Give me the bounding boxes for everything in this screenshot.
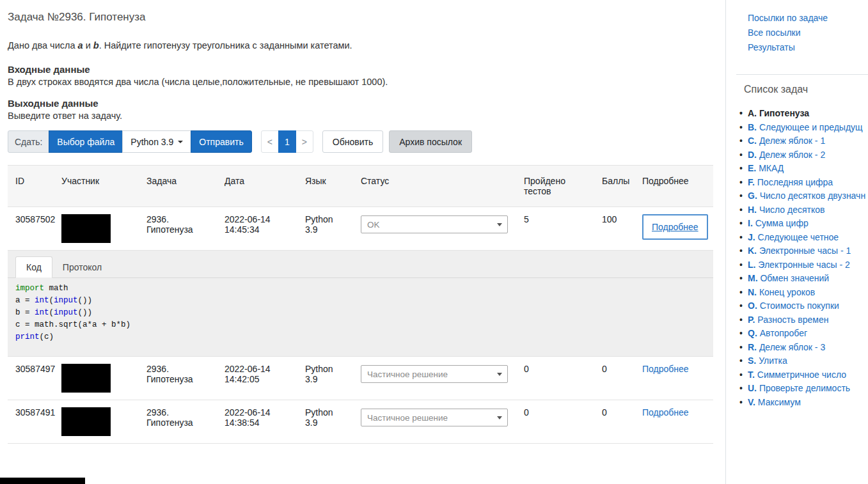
task-letter: J.: [748, 232, 758, 242]
archive-button[interactable]: Архив посылок: [389, 130, 472, 153]
status-select[interactable]: OK: [361, 215, 508, 233]
table-header-row: IDУчастникЗадачаДатаЯзыкСтатусПройдено т…: [8, 166, 713, 207]
sidebar-link[interactable]: Все посылки: [748, 27, 868, 38]
cell-date: 2022-06-14 14:42:05: [217, 357, 297, 400]
submission-language: Python 3.9: [305, 407, 333, 428]
task-list-item[interactable]: L. Электронные часы - 2: [748, 258, 868, 272]
status-select-value: Частичное решение: [367, 370, 448, 379]
cell-score: 0: [594, 357, 635, 400]
sidebar-link[interactable]: Посылки по задаче: [748, 12, 868, 24]
tab-protocol[interactable]: Протокол: [52, 257, 112, 277]
task-title: Электронные часы - 1: [759, 246, 851, 256]
task-title: Число десятков двузначн: [760, 191, 865, 201]
participant-redacted: [61, 364, 111, 393]
cell-tests: 0: [516, 400, 594, 444]
task-list-item[interactable]: V. Максимум: [748, 396, 868, 410]
choose-file-button[interactable]: Выбор файла: [49, 130, 123, 153]
task-title: Автопробег: [760, 328, 807, 338]
column-header: Пройдено тестов: [516, 166, 594, 207]
task-title: Проверьте делимость: [759, 383, 850, 393]
task-letter: O.: [748, 301, 760, 311]
task-list-item[interactable]: Q. Автопробег: [748, 327, 868, 341]
refresh-button[interactable]: Обновить: [322, 130, 383, 153]
code-line: c = math.sqrt(a*a + b*b): [15, 319, 706, 331]
task-list-item[interactable]: J. Следующее четное: [748, 231, 868, 245]
task-list-item[interactable]: P. Разность времен: [748, 313, 868, 327]
task-list-item[interactable]: R. Дележ яблок - 3: [748, 341, 868, 355]
tests-passed: 0: [524, 364, 529, 374]
page-1-button[interactable]: 1: [278, 130, 296, 153]
task-list-item[interactable]: S. Улитка: [748, 354, 868, 368]
sidebar-link[interactable]: Результаты: [748, 42, 868, 53]
page-prev-button[interactable]: <: [261, 130, 279, 153]
details-link[interactable]: Подробнее: [642, 364, 689, 374]
submission-language: Python 3.9: [305, 364, 333, 384]
statement-text: и: [83, 40, 93, 51]
task-list-item[interactable]: T. Симметричное число: [748, 368, 868, 382]
details-link[interactable]: Подробнее: [642, 214, 708, 240]
chevron-down-icon: [497, 416, 502, 419]
task-list-item[interactable]: G. Число десятков двузначн: [748, 189, 868, 203]
submission-task: 2936. Гипотенуза: [146, 407, 193, 428]
task-letter: C.: [748, 136, 759, 146]
task-title: Обмен значений: [760, 273, 829, 283]
task-letter: I.: [748, 218, 755, 228]
details-link[interactable]: Подробнее: [642, 407, 689, 418]
redacted-region: [0, 478, 85, 484]
page-next-button[interactable]: >: [296, 130, 313, 153]
task-list-item[interactable]: O. Стоимость покупки: [748, 299, 868, 313]
chevron-down-icon: [497, 373, 502, 376]
task-list-item[interactable]: N. Конец уроков: [748, 286, 868, 300]
submissions-body: 30587502 2936. Гипотенуза 2022-06-14 14:…: [8, 207, 713, 444]
chevron-down-icon: [178, 141, 183, 143]
task-letter: T.: [748, 370, 757, 380]
language-select[interactable]: Python 3.9: [122, 130, 191, 153]
task-list-item[interactable]: U. Проверьте делимость: [748, 382, 868, 396]
task-letter: G.: [748, 191, 760, 201]
task-list-item[interactable]: I. Сумма цифр: [748, 217, 868, 231]
cell-score: 0: [594, 400, 635, 444]
submission-row: 30587497 2936. Гипотенуза 2022-06-14 14:…: [8, 357, 713, 400]
send-button[interactable]: Отправить: [191, 130, 251, 153]
submission-row: 30587491 2936. Гипотенуза 2022-06-14 14:…: [8, 400, 713, 444]
submission-row: 30587502 2936. Гипотенуза 2022-06-14 14:…: [8, 207, 713, 251]
submission-date: 2022-06-14 14:42:05: [225, 364, 271, 384]
problem-statement: Дано два числа a и b. Найдите гипотенузу…: [8, 40, 725, 51]
column-header: Баллы: [594, 166, 635, 207]
task-title: МКАД: [759, 163, 784, 173]
submission-id: 30587502: [15, 214, 55, 224]
task-list-item[interactable]: B. Следующее и предыдущ: [748, 121, 868, 135]
task-list-item[interactable]: F. Последняя цифра: [748, 176, 868, 190]
tab-code[interactable]: Код: [15, 256, 52, 278]
task-list-item[interactable]: K. Электронные часы - 1: [748, 244, 868, 258]
tests-passed: 0: [524, 407, 529, 418]
task-list-item[interactable]: A. Гипотенуза: [748, 107, 868, 121]
status-select[interactable]: Частичное решение: [361, 365, 508, 383]
column-header: Задача: [139, 166, 217, 207]
cell-date: 2022-06-14 14:38:54: [217, 400, 297, 444]
code-line: b = int(input()): [15, 307, 706, 319]
task-list-heading: Список задач: [744, 84, 868, 95]
task-list-item[interactable]: E. МКАД: [748, 162, 868, 176]
code-panel-tabs: КодПротокол: [8, 251, 713, 278]
task-list-item[interactable]: M. Обмен значений: [748, 272, 868, 286]
page-title: Задача №2936. Гипотенуза: [8, 11, 725, 24]
task-list-item[interactable]: C. Дележ яблок - 1: [748, 134, 868, 148]
task-list: A. ГипотенузаB. Следующее и предыдущC. Д…: [726, 107, 868, 409]
column-header: Статус: [353, 166, 516, 207]
task-title: Гипотенуза: [759, 108, 809, 118]
cell-score: 100: [594, 207, 635, 251]
task-title: Последняя цифра: [757, 177, 833, 187]
language-select-value: Python 3.9: [130, 137, 173, 147]
task-list-item[interactable]: H. Число десятков: [748, 203, 868, 217]
task-list-item[interactable]: D. Дележ яблок - 2: [748, 148, 868, 162]
status-select-value: OK: [367, 220, 380, 230]
sidebar-links: Посылки по задачеВсе посылкиРезультаты: [726, 12, 868, 53]
input-heading: Входные данные: [8, 64, 725, 75]
task-title: Следующее четное: [758, 232, 839, 242]
task-letter: E.: [748, 163, 759, 173]
status-select[interactable]: Частичное решение: [361, 409, 508, 426]
cell-status: Частичное решение: [353, 400, 516, 444]
cell-lang: Python 3.9: [297, 207, 353, 251]
pagination: < 1 >: [261, 130, 313, 153]
